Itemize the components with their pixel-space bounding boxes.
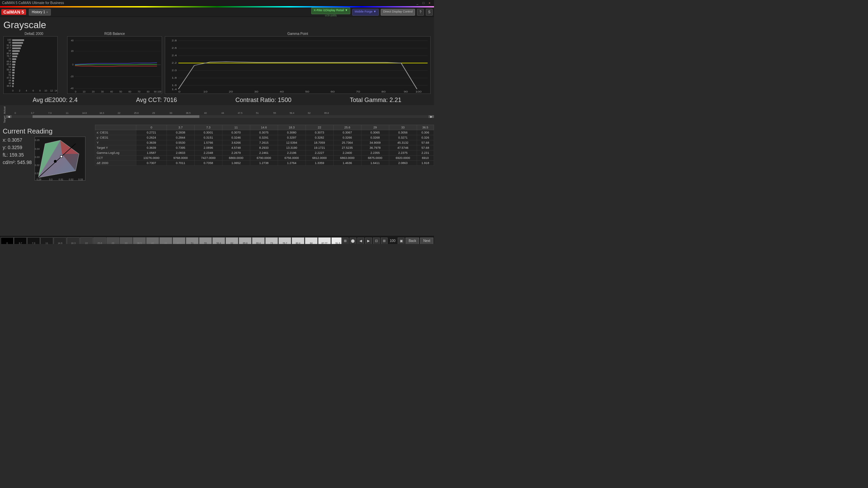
swatch-pair: 3.7 (24, 112, 41, 115)
bottom-ctrl-4[interactable]: ▶ (365, 238, 372, 244)
list-item[interactable]: 14.6 (54, 237, 66, 244)
svg-text:91.3: 91.3 (6, 44, 11, 46)
help-button[interactable]: ? (417, 9, 424, 16)
svg-text:51: 51 (8, 74, 11, 76)
scroll-left-arrow[interactable]: ◀ (6, 115, 12, 118)
software-device-select[interactable]: Mobile Forge ▼ (352, 9, 379, 16)
swatches-section: Actual Target 03.77.31114.618.32225.6293… (0, 105, 434, 125)
display-icon-btn[interactable]: ▣ (398, 238, 405, 244)
swatch-pair: 44 (214, 112, 231, 115)
meter-device-container: X-Rite i1Display Retail ▼ LCD (LED) (311, 7, 350, 17)
list-item[interactable]: 76.7 (278, 237, 291, 244)
list-item[interactable]: 58.4 (212, 237, 225, 244)
svg-text:0.3: 0.3 (49, 178, 53, 181)
list-item[interactable]: 22 (80, 237, 93, 244)
minimize-button[interactable]: _ (415, 1, 420, 5)
list-item[interactable]: 11 (40, 237, 53, 244)
table-cell: 2.0896 (194, 145, 222, 150)
list-item[interactable]: 44 (159, 237, 172, 244)
list-item[interactable]: 65.8 (239, 237, 252, 244)
table-cell: 0.3282 (305, 135, 333, 140)
target-label: Target (0, 116, 6, 123)
table-cell: 0.3067 (333, 130, 361, 135)
list-item[interactable]: 91.3 (331, 237, 341, 244)
list-item[interactable]: 3.7 (14, 237, 27, 244)
rgb-chart: 40 20 0 -20 -40 (67, 36, 162, 94)
svg-text:0.32: 0.32 (69, 178, 74, 181)
close-button[interactable]: × (427, 1, 432, 5)
table-row: Y0.36390.55301.57663.62667.261512.539418… (95, 140, 434, 145)
svg-text:87.7: 87.7 (6, 47, 11, 49)
scroll-right-arrow[interactable]: ▶ (429, 115, 434, 118)
list-item[interactable]: 62 (225, 237, 238, 244)
list-item[interactable]: 0 (1, 237, 14, 244)
bottom-ctrl-6[interactable]: ⊞ (381, 238, 388, 244)
svg-text:2.4: 2.4 (172, 54, 177, 57)
list-item[interactable]: 47.5 (173, 237, 185, 244)
charts-row: DeltaE 2000 100 95 91.3 87.7 84 80.4 76.… (3, 32, 431, 94)
maximize-button[interactable]: □ (421, 1, 426, 5)
list-item[interactable]: 55 (199, 237, 212, 244)
bottom-ctrl-2[interactable]: ⬤ (350, 238, 356, 244)
list-item[interactable]: 25.6 (93, 237, 106, 244)
table-cell: 12.5394 (278, 140, 305, 145)
table-row-label: y: CIE31 (95, 135, 136, 140)
svg-text:60: 60 (331, 90, 335, 93)
swatch-pair: 7.3 (41, 112, 58, 115)
back-button[interactable]: Back (406, 238, 419, 244)
table-cell: 2.2461 (250, 150, 278, 156)
list-item[interactable]: 33 (120, 237, 133, 244)
scrollbar-thumb[interactable] (33, 115, 199, 118)
list-item[interactable]: 18.3 (67, 237, 80, 244)
table-cell: 0.3065 (361, 130, 389, 135)
list-item[interactable]: 40 (146, 237, 159, 244)
list-item[interactable]: 73 (265, 237, 278, 244)
table-header-cell: 0 (136, 125, 166, 130)
table-cell: 1.5766 (194, 140, 222, 145)
table-cell: 9768.0000 (166, 156, 194, 161)
swatch-value-label: 11 (59, 112, 76, 115)
svg-rect-27 (12, 64, 15, 65)
settings-button[interactable]: S (426, 9, 433, 16)
table-cell: 0.3075 (250, 130, 278, 135)
avg-de-stat: Avg dE2000: 2.4 (33, 97, 78, 104)
table-cell: 6920.0000 (389, 156, 417, 161)
svg-text:30: 30 (254, 90, 258, 93)
svg-text:58.4: 58.4 (6, 68, 11, 71)
list-item[interactable]: 87.77 (318, 237, 331, 244)
table-cell: 6863.0000 (333, 156, 361, 161)
history-tab[interactable]: History 1 × (29, 9, 51, 16)
list-item[interactable]: 36.5 (133, 237, 146, 244)
meter-device-select[interactable]: X-Rite i1Display Retail ▼ (311, 7, 350, 14)
data-table-section[interactable]: 03.77.31114.618.32225.6293336.5 x: CIE31… (95, 125, 434, 236)
reading-and-cie: x: 0.3057 y: 0.3259 fL: 159.35 cd/m²: 54… (3, 137, 92, 181)
list-item[interactable]: 80.4 (292, 237, 304, 244)
table-cell: 2.2679 (222, 150, 250, 156)
table-cell: 0.3297 (278, 135, 305, 140)
table-cell: 2.2227 (305, 150, 333, 156)
table-header-cell: 11 (222, 125, 250, 130)
bottom-ctrl-1[interactable]: ⊞ (342, 238, 349, 244)
list-item[interactable]: 51 (186, 237, 199, 244)
table-cell: 36.7978 (361, 145, 389, 150)
list-item[interactable]: 7.3 (27, 237, 40, 244)
svg-rect-33 (12, 80, 14, 82)
next-button[interactable]: Next (420, 238, 433, 244)
table-cell: 1.0652 (222, 161, 250, 166)
bottom-ctrl-3[interactable]: ◀ (357, 238, 364, 244)
swatch-value-label: 58.4 (283, 112, 300, 115)
bottom-ctrl-5[interactable]: ⊡ (373, 238, 380, 244)
list-item[interactable]: 84 (305, 237, 318, 244)
swatch-pair: 62 (301, 112, 318, 115)
table-cell: 0.3291 (250, 135, 278, 140)
table-cell: 1.2764 (278, 161, 305, 166)
swatch-pair: 0 (7, 112, 24, 115)
display-control-btn[interactable]: Direct Display Control (381, 9, 415, 16)
list-item[interactable]: 29 (106, 237, 119, 244)
svg-text:0.33: 0.33 (35, 156, 40, 158)
table-cell: 13.3190 (278, 145, 305, 150)
scrollbar-track[interactable] (12, 115, 429, 118)
history-tab-close[interactable]: × (46, 11, 48, 14)
list-item[interactable]: 69.4 (252, 237, 265, 244)
table-cell: 19.1721 (305, 145, 333, 150)
